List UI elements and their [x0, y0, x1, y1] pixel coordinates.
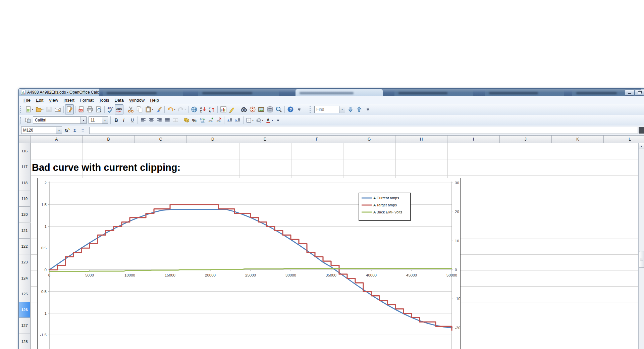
equals-button[interactable]: =	[79, 127, 87, 133]
background-color-button[interactable]: ▾	[255, 115, 264, 125]
chevron-down-icon[interactable]: ▾	[174, 108, 175, 111]
chevron-down-icon[interactable]: ▾	[152, 108, 153, 111]
merge-cells-button[interactable]	[171, 115, 179, 125]
column-header-B[interactable]: B	[83, 136, 135, 143]
menu-tools[interactable]: Tools	[96, 97, 112, 103]
underline-button[interactable]: U	[128, 115, 136, 125]
function-wizard-button[interactable]: fx	[63, 127, 71, 133]
hyperlink-button[interactable]	[190, 104, 199, 114]
data-sources-button[interactable]	[266, 104, 274, 114]
column-header-F[interactable]: F	[291, 136, 343, 143]
column-header-L[interactable]: L	[604, 136, 644, 143]
background-tab[interactable]	[198, 89, 279, 96]
font-name-combobox[interactable]: Calibri▼	[33, 116, 87, 124]
chevron-down-icon[interactable]: ▼	[102, 117, 108, 123]
toolbar-overflow-button[interactable]	[295, 104, 304, 114]
sum-button[interactable]: Σ	[71, 127, 79, 133]
cut-button[interactable]	[126, 104, 135, 114]
align-center-button[interactable]	[147, 115, 155, 125]
row-header-120[interactable]: 120	[19, 207, 31, 222]
chevron-down-icon[interactable]: ▼	[80, 117, 86, 123]
align-justify-button[interactable]	[163, 115, 171, 125]
chevron-down-icon[interactable]: ▾	[262, 119, 263, 122]
row-header-118[interactable]: 118	[19, 175, 31, 191]
restore-button[interactable]	[635, 90, 644, 96]
edit-file-button[interactable]	[65, 104, 74, 114]
column-header-J[interactable]: J	[500, 136, 552, 143]
title-bar[interactable]: A4988 A4982Eris.ods - OpenOffice Calc	[19, 89, 644, 96]
copy-button[interactable]	[135, 104, 144, 114]
select-all-corner[interactable]	[19, 136, 31, 143]
chevron-down-icon[interactable]: ▼	[339, 106, 345, 113]
italic-button[interactable]: I	[120, 115, 128, 125]
navigator-button[interactable]	[248, 104, 257, 114]
chart-button[interactable]	[219, 104, 228, 114]
scrollbar-thumb[interactable]	[639, 251, 644, 268]
formula-input[interactable]	[89, 127, 638, 134]
cell-reference-box[interactable]: M126 ▼	[21, 127, 62, 134]
sort-ascending-button[interactable]: AZ	[199, 104, 207, 114]
toolbar-overflow-button[interactable]	[274, 115, 282, 125]
paste-button[interactable]: ▾	[144, 104, 154, 114]
toolbar-grip[interactable]	[310, 106, 312, 113]
number-format-button[interactable]: $%	[199, 115, 207, 125]
print-button[interactable]	[86, 104, 94, 114]
spellcheck-button[interactable]: ABC	[106, 104, 115, 114]
find-combobox[interactable]: Find▼	[314, 106, 345, 113]
styles-button[interactable]	[24, 115, 32, 125]
row-header-125[interactable]: 125	[19, 286, 31, 302]
menu-file[interactable]: File	[21, 97, 33, 103]
undo-button[interactable]: ▾	[166, 104, 176, 114]
open-button[interactable]: ▾	[34, 104, 45, 114]
sort-descending-button[interactable]: ZA	[207, 104, 216, 114]
row-header-127[interactable]: 127	[19, 318, 31, 334]
menu-format[interactable]: Format	[77, 97, 96, 103]
find-next-button[interactable]	[346, 104, 355, 114]
background-tab[interactable]	[394, 89, 473, 96]
row-header-119[interactable]: 119	[19, 191, 31, 207]
align-left-button[interactable]	[139, 115, 147, 125]
toolbar-grip[interactable]	[20, 117, 22, 123]
background-tab[interactable]	[296, 89, 383, 96]
export-pdf-button[interactable]: PDF	[77, 104, 86, 114]
toolbar-grip[interactable]	[20, 106, 22, 113]
delete-decimal-button[interactable]: .000	[215, 115, 223, 125]
row-header-124[interactable]: 124	[19, 270, 31, 286]
font-size-combobox[interactable]: 11▼	[89, 116, 108, 124]
percent-button[interactable]: %	[191, 115, 199, 125]
menu-view[interactable]: View	[46, 97, 61, 103]
background-tab[interactable]	[103, 89, 183, 96]
row-header-122[interactable]: 122	[19, 239, 31, 254]
find-replace-button[interactable]	[239, 104, 248, 114]
chevron-down-icon[interactable]: ▾	[184, 108, 186, 111]
menu-edit[interactable]: Edit	[33, 97, 46, 103]
menu-help[interactable]: Help	[147, 97, 162, 103]
menu-window[interactable]: Window	[126, 97, 147, 103]
currency-button[interactable]: $	[182, 115, 191, 125]
email-button[interactable]	[53, 104, 62, 114]
background-tab[interactable]	[485, 89, 564, 96]
toolbar-overflow-button[interactable]	[364, 104, 372, 114]
column-header-C[interactable]: C	[135, 136, 187, 143]
draw-functions-button[interactable]	[228, 104, 236, 114]
column-header-D[interactable]: D	[187, 136, 239, 143]
embedded-chart[interactable]: 21.510.50-0.5-1-1.53020100-10-2005000100…	[37, 178, 461, 349]
help-button[interactable]: ?	[286, 104, 295, 114]
column-header-E[interactable]: E	[239, 136, 291, 143]
chevron-down-icon[interactable]: ▼	[56, 127, 62, 134]
new-document-button[interactable]: ▾	[24, 104, 34, 114]
gallery-button[interactable]	[257, 104, 266, 114]
chevron-down-icon[interactable]: ▾	[272, 119, 273, 122]
row-header-121[interactable]: 121	[19, 223, 31, 239]
row-header-126[interactable]: 126	[19, 302, 31, 318]
find-previous-button[interactable]	[355, 104, 364, 114]
format-paintbrush-button[interactable]	[154, 104, 163, 114]
column-header-G[interactable]: G	[343, 136, 395, 143]
row-header-128[interactable]: 128	[19, 334, 31, 349]
borders-button[interactable]: ▾	[245, 115, 255, 125]
column-header-I[interactable]: I	[447, 136, 499, 143]
add-decimal-button[interactable]: .000	[207, 115, 215, 125]
chevron-down-icon[interactable]: ▾	[42, 108, 44, 111]
vertical-scrollbar[interactable]: ▲	[638, 143, 644, 349]
column-header-A[interactable]: A	[31, 136, 83, 143]
